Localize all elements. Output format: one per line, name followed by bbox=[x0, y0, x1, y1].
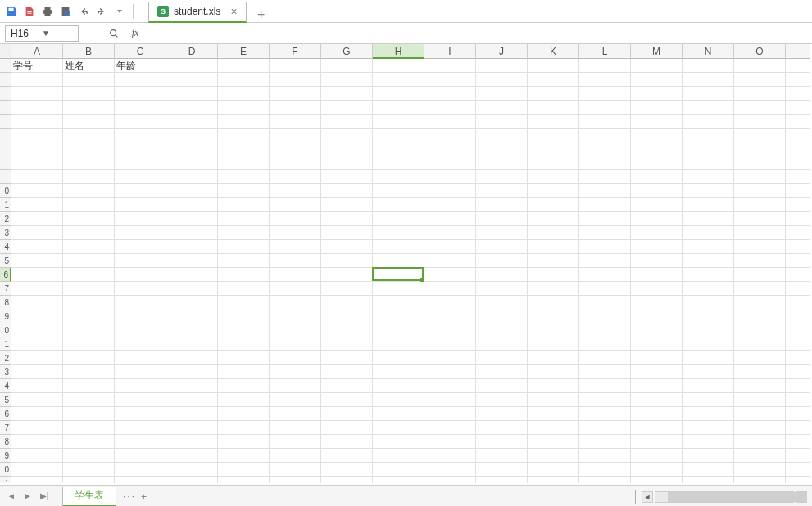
export-icon[interactable] bbox=[21, 3, 38, 20]
cell[interactable] bbox=[476, 254, 528, 268]
cell[interactable] bbox=[579, 337, 631, 351]
cell[interactable] bbox=[11, 184, 63, 198]
cell[interactable] bbox=[786, 198, 810, 212]
cell[interactable] bbox=[734, 268, 786, 282]
cell[interactable] bbox=[166, 226, 218, 240]
cell[interactable] bbox=[373, 254, 424, 268]
cell[interactable] bbox=[270, 254, 321, 268]
cell[interactable] bbox=[270, 101, 321, 115]
cell[interactable] bbox=[11, 309, 63, 323]
cell[interactable] bbox=[270, 198, 321, 212]
cell[interactable] bbox=[786, 129, 810, 142]
select-all-corner[interactable] bbox=[0, 44, 11, 59]
cell[interactable] bbox=[734, 240, 786, 254]
cell[interactable] bbox=[166, 87, 218, 101]
cell[interactable] bbox=[528, 463, 579, 477]
cell[interactable] bbox=[579, 282, 631, 296]
save-icon[interactable] bbox=[3, 3, 20, 20]
cell[interactable] bbox=[579, 115, 631, 129]
cell[interactable] bbox=[270, 351, 321, 365]
cell[interactable] bbox=[270, 421, 321, 435]
scrollbar-splitter[interactable] bbox=[635, 490, 640, 504]
cell[interactable] bbox=[11, 87, 63, 101]
cell[interactable] bbox=[63, 435, 115, 449]
cell[interactable] bbox=[270, 477, 321, 483]
row-header[interactable] bbox=[0, 101, 11, 115]
cell[interactable] bbox=[683, 393, 734, 407]
cell[interactable] bbox=[476, 240, 528, 254]
cell[interactable] bbox=[218, 226, 270, 240]
column-header[interactable]: H bbox=[373, 44, 424, 59]
cell[interactable] bbox=[321, 337, 373, 351]
cell[interactable] bbox=[424, 365, 476, 379]
cell[interactable] bbox=[683, 170, 734, 184]
cell[interactable] bbox=[579, 129, 631, 142]
cell[interactable] bbox=[579, 212, 631, 226]
cell[interactable] bbox=[166, 449, 218, 463]
cell[interactable] bbox=[11, 156, 63, 170]
cell[interactable] bbox=[218, 365, 270, 379]
cell[interactable] bbox=[166, 282, 218, 296]
cell[interactable] bbox=[115, 226, 166, 240]
cell[interactable] bbox=[579, 449, 631, 463]
cell[interactable] bbox=[218, 212, 270, 226]
cell[interactable] bbox=[476, 379, 528, 393]
cell[interactable] bbox=[11, 449, 63, 463]
cell[interactable] bbox=[683, 421, 734, 435]
cell[interactable] bbox=[321, 59, 373, 73]
column-header[interactable]: N bbox=[683, 44, 734, 59]
cell[interactable] bbox=[734, 73, 786, 87]
cell[interactable] bbox=[218, 142, 270, 156]
scroll-thumb[interactable] bbox=[668, 492, 807, 502]
cell[interactable] bbox=[11, 463, 63, 477]
cell[interactable] bbox=[321, 407, 373, 421]
cell[interactable] bbox=[631, 87, 683, 101]
cell[interactable] bbox=[115, 129, 166, 142]
cell[interactable] bbox=[683, 337, 734, 351]
cell[interactable] bbox=[424, 351, 476, 365]
cell[interactable] bbox=[786, 365, 810, 379]
cell[interactable] bbox=[424, 170, 476, 184]
cell[interactable] bbox=[734, 129, 786, 142]
cell[interactable] bbox=[11, 296, 63, 309]
cell[interactable] bbox=[115, 365, 166, 379]
cell[interactable] bbox=[373, 282, 424, 296]
cell[interactable] bbox=[786, 142, 810, 156]
cell[interactable] bbox=[218, 184, 270, 198]
cell[interactable]: 年龄 bbox=[115, 59, 166, 73]
cell[interactable] bbox=[115, 337, 166, 351]
cell[interactable] bbox=[63, 115, 115, 129]
cell[interactable] bbox=[270, 212, 321, 226]
new-tab-button[interactable]: + bbox=[253, 7, 270, 23]
cell[interactable] bbox=[270, 184, 321, 198]
cell[interactable] bbox=[63, 309, 115, 323]
cell[interactable] bbox=[786, 393, 810, 407]
cell[interactable] bbox=[631, 142, 683, 156]
cell[interactable] bbox=[734, 198, 786, 212]
undo-icon[interactable] bbox=[75, 3, 92, 20]
cell[interactable] bbox=[528, 101, 579, 115]
cell[interactable] bbox=[579, 73, 631, 87]
cell[interactable] bbox=[631, 463, 683, 477]
cell[interactable] bbox=[631, 212, 683, 226]
cell[interactable] bbox=[321, 129, 373, 142]
cell[interactable] bbox=[786, 449, 810, 463]
cell[interactable] bbox=[373, 184, 424, 198]
cell[interactable] bbox=[11, 170, 63, 184]
cell[interactable] bbox=[63, 351, 115, 365]
cell[interactable] bbox=[115, 323, 166, 337]
cell[interactable] bbox=[218, 282, 270, 296]
row-header[interactable]: 1 bbox=[0, 477, 11, 483]
cell[interactable] bbox=[321, 365, 373, 379]
cell[interactable] bbox=[579, 254, 631, 268]
cell[interactable] bbox=[11, 421, 63, 435]
cell[interactable] bbox=[631, 156, 683, 170]
cell[interactable] bbox=[424, 268, 476, 282]
cell[interactable] bbox=[115, 198, 166, 212]
cell[interactable] bbox=[424, 198, 476, 212]
cell[interactable] bbox=[579, 323, 631, 337]
row-header[interactable] bbox=[0, 87, 11, 101]
cell[interactable] bbox=[373, 198, 424, 212]
cell[interactable] bbox=[321, 87, 373, 101]
cell[interactable] bbox=[218, 101, 270, 115]
